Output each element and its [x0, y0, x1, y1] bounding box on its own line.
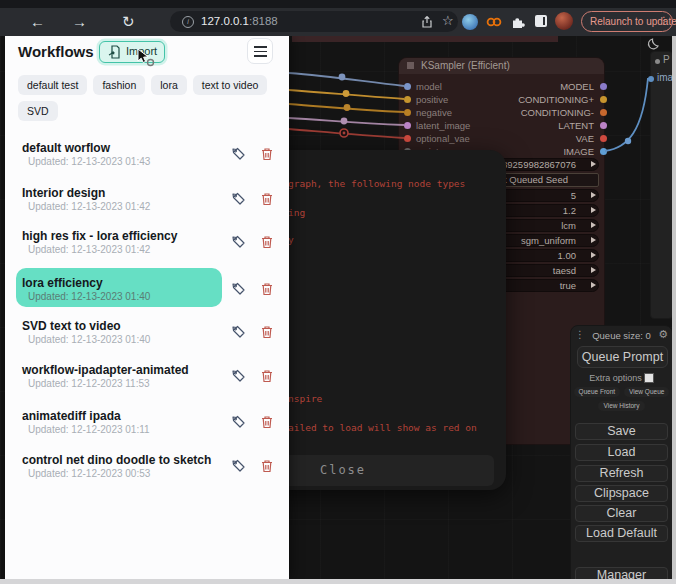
- list-item[interactable]: control net dino doodle to sketch Update…: [5, 449, 289, 489]
- tag-icon[interactable]: [231, 414, 247, 430]
- tag-icon[interactable]: [231, 234, 247, 250]
- input-port-icon[interactable]: [404, 135, 411, 142]
- tag-chip-fashion[interactable]: fashion: [93, 75, 145, 95]
- extensions-puzzle-icon[interactable]: [510, 14, 526, 30]
- input-port-icon[interactable]: [404, 96, 411, 103]
- trash-icon[interactable]: [259, 458, 275, 474]
- extension-icon-blue[interactable]: [462, 14, 478, 30]
- relaunch-to-update-button[interactable]: Relaunch to update ⋮: [581, 11, 673, 32]
- queue-mini-buttons: Queue Front View Queue: [571, 387, 672, 397]
- moon-icon[interactable]: [646, 36, 662, 52]
- reload-button[interactable]: ↻: [122, 11, 135, 33]
- tag-chip-default-test[interactable]: default test: [18, 75, 87, 95]
- image-port-icon: [648, 76, 654, 82]
- output-label: LATENT: [558, 119, 594, 132]
- trash-icon[interactable]: [259, 191, 275, 207]
- workflow-updated: Updated: 12-12-2023 00:53: [28, 468, 150, 479]
- profile-avatar[interactable]: [555, 12, 573, 30]
- site-info-icon[interactable]: i: [182, 16, 194, 28]
- tag-icon[interactable]: [231, 458, 247, 474]
- output-port-icon[interactable]: [600, 148, 607, 155]
- queue-front-button[interactable]: Queue Front: [574, 387, 621, 397]
- address-bar[interactable]: i 127.0.0.1:8188 ☆: [170, 11, 458, 32]
- stepper-arrow-icon[interactable]: [591, 252, 596, 258]
- tag-icon[interactable]: [231, 191, 247, 207]
- output-label: IMAGE: [563, 145, 594, 158]
- input-label: optional_vae: [416, 132, 470, 145]
- refresh-button[interactable]: Refresh: [575, 465, 668, 482]
- node-port-row: model MODEL: [399, 80, 604, 93]
- trash-icon[interactable]: [259, 234, 275, 250]
- back-button[interactable]: ←: [30, 11, 45, 33]
- load-button[interactable]: Load: [575, 444, 668, 461]
- gear-icon[interactable]: ⚙: [658, 328, 668, 341]
- extra-options-checkbox[interactable]: [644, 373, 654, 383]
- side-panel-icon[interactable]: [535, 15, 547, 27]
- forward-button[interactable]: →: [72, 11, 87, 33]
- input-port-icon[interactable]: [404, 83, 411, 90]
- browser-menu-icon[interactable]: ⋮: [659, 15, 669, 26]
- view-history-button[interactable]: View History: [598, 401, 644, 411]
- output-port-icon[interactable]: [600, 83, 607, 90]
- output-label: MODEL: [560, 80, 594, 93]
- scrollbar[interactable]: [672, 36, 676, 584]
- tag-icon[interactable]: [231, 324, 247, 340]
- node-header[interactable]: KSampler (Efficient): [399, 58, 604, 74]
- stepper-arrow-icon[interactable]: [591, 267, 596, 273]
- comfy-menu-panel: ⋮ Queue size: 0 ⚙ Queue Prompt Extra opt…: [570, 325, 673, 584]
- trash-icon[interactable]: [259, 368, 275, 384]
- workflow-updated: Updated: 12-13-2023 01:42: [28, 244, 150, 255]
- tag-chip-lora[interactable]: lora: [151, 75, 187, 95]
- list-item[interactable]: high res fix - lora efficiency Updated: …: [5, 225, 289, 265]
- stepper-arrow-icon[interactable]: [591, 222, 596, 228]
- input-port-icon[interactable]: [404, 109, 411, 116]
- dialog-error-line: nspire: [288, 393, 322, 404]
- trash-icon[interactable]: [259, 414, 275, 430]
- trash-icon[interactable]: [259, 146, 275, 162]
- output-port-icon[interactable]: [600, 122, 607, 129]
- browser-tab-strip: [0, 0, 676, 8]
- stepper-arrow-icon[interactable]: [591, 192, 596, 198]
- trash-icon[interactable]: [259, 324, 275, 340]
- tag-filter-row: SVD: [18, 101, 58, 121]
- list-item[interactable]: default worflow Updated: 12-13-2023 01:4…: [5, 137, 289, 177]
- workflow-updated: Updated: 12-13-2023 01:40: [28, 334, 150, 345]
- queue-prompt-button[interactable]: Queue Prompt: [577, 346, 668, 368]
- save-button[interactable]: Save: [575, 423, 668, 440]
- share-icon[interactable]: [420, 15, 434, 29]
- bookmark-star-icon[interactable]: ☆: [442, 13, 454, 28]
- list-item[interactable]: Interior design Updated: 12-13-2023 01:4…: [5, 182, 289, 222]
- output-port-icon[interactable]: [600, 109, 607, 116]
- workflow-title: lora efficiency: [22, 276, 103, 290]
- stepper-arrow-icon[interactable]: [591, 161, 596, 167]
- clear-button[interactable]: Clear: [575, 505, 668, 522]
- edge-node[interactable]: P ima: [650, 51, 673, 319]
- node-collapse-icon[interactable]: [407, 62, 414, 69]
- input-port-icon[interactable]: [404, 122, 411, 129]
- tag-chip-text-to-video[interactable]: text to video: [193, 75, 268, 95]
- window-bottom-edge: [0, 579, 676, 584]
- tag-icon[interactable]: [231, 368, 247, 384]
- output-port-icon[interactable]: [600, 135, 607, 142]
- mouse-cursor: [137, 48, 157, 68]
- list-item[interactable]: animatediff ipada Updated: 12-12-2023 01…: [5, 405, 289, 445]
- stepper-arrow-icon[interactable]: [591, 282, 596, 288]
- extension-icon-orange[interactable]: [486, 14, 502, 30]
- tag-icon[interactable]: [231, 281, 247, 297]
- url-text: 127.0.0.1:8188: [201, 15, 278, 27]
- stepper-arrow-icon[interactable]: [591, 207, 596, 213]
- list-item[interactable]: workflow-ipadapter-animated Updated: 12-…: [5, 359, 289, 399]
- load-default-button[interactable]: Load Default: [575, 525, 668, 542]
- tag-icon[interactable]: [231, 146, 247, 162]
- stepper-arrow-icon[interactable]: [591, 237, 596, 243]
- list-item[interactable]: SVD text to video Updated: 12-13-2023 01…: [5, 315, 289, 355]
- trash-icon[interactable]: [259, 281, 275, 297]
- view-queue-button[interactable]: View Queue: [624, 387, 669, 397]
- workflow-title: high res fix - lora efficiency: [22, 229, 177, 243]
- clipspace-button[interactable]: Clipspace: [575, 485, 668, 502]
- tag-chip-svd[interactable]: SVD: [18, 101, 58, 121]
- output-port-icon[interactable]: [600, 96, 607, 103]
- output-label: VAE: [576, 132, 594, 145]
- menu-button[interactable]: [247, 38, 273, 64]
- list-item-selected[interactable]: lora efficiency Updated: 12-13-2023 01:4…: [5, 272, 289, 312]
